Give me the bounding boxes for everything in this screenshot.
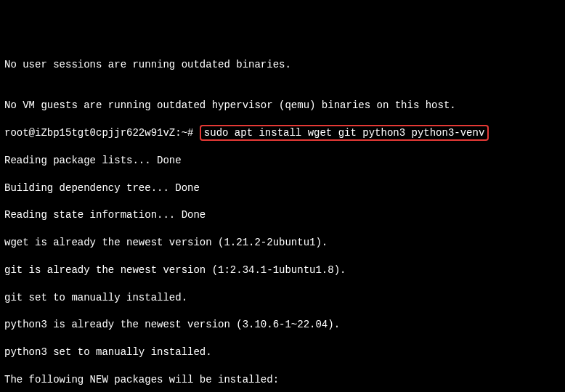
terminal-output-line: wget is already the newest version (1.21… xyxy=(4,236,561,250)
terminal-output-line: python3 set to manually installed. xyxy=(4,346,561,359)
terminal-output-line: git set to manually installed. xyxy=(4,291,561,305)
terminal-output-line: No VM guests are running outdated hyperv… xyxy=(4,99,561,113)
terminal-output-line: Reading package lists... Done xyxy=(4,154,561,168)
shell-prompt: root@iZbp15tgt0cpjjr622w91vZ:~# xyxy=(4,127,200,139)
terminal-output-line: git is already the newest version (1:2.3… xyxy=(4,264,561,277)
terminal-output-line: Building dependency tree... Done xyxy=(4,181,561,195)
highlighted-command: sudo apt install wget git python3 python… xyxy=(200,125,489,141)
terminal-output-line: Reading state information... Done xyxy=(4,208,561,222)
terminal-output-line: No user sessions are running outdated bi… xyxy=(4,58,561,72)
terminal-prompt-line: root@iZbp15tgt0cpjjr622w91vZ:~# sudo apt… xyxy=(4,126,561,140)
terminal-output-line: The following NEW packages will be insta… xyxy=(4,373,561,387)
terminal-output-line: python3 is already the newest version (3… xyxy=(4,318,561,332)
